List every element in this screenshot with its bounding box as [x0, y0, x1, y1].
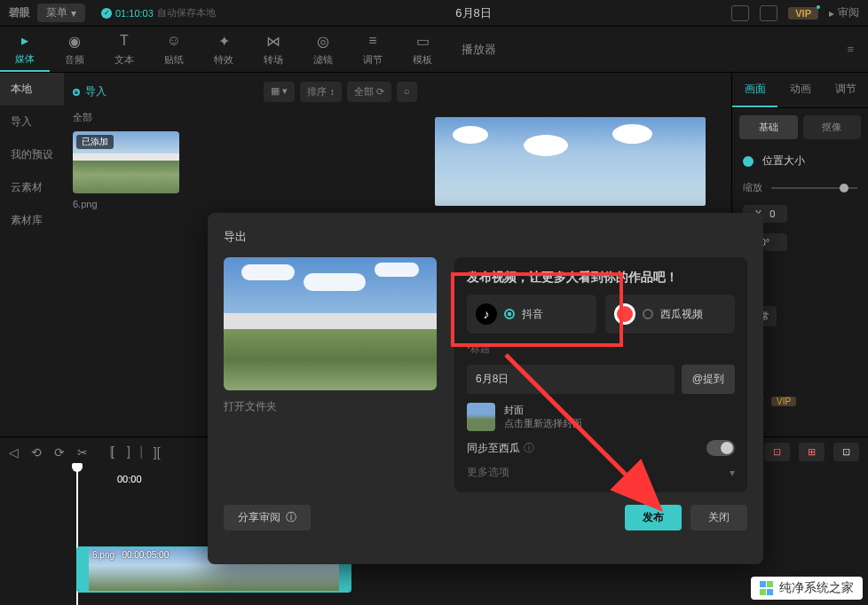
help-icon[interactable]: ⓘ — [524, 441, 534, 456]
export-modal: 导出 打开文件夹 发布视频，让更多人看到你的作品吧！ ♪ 抖音 — [208, 213, 763, 564]
douyin-icon: ♪ — [476, 303, 497, 325]
media-toolbar: + 导入 ▦ ▾ 排序 ↕ 全部 ⟳ ⌕ — [73, 82, 417, 102]
platform-douyin[interactable]: ♪ 抖音 — [467, 295, 596, 334]
tool-left: ▸媒体 ◉音频 T文本 ☺贴纸 ✦特效 ⋈转场 ◎滤镜 ≡调节 ▭模板 — [0, 27, 447, 72]
mountains — [224, 313, 437, 329]
review-button[interactable]: ▸ 审阅 — [829, 5, 859, 20]
cover-text: 封面 点击重新选择封面 — [504, 404, 582, 430]
platform-row: ♪ 抖音 西瓜视频 — [467, 295, 735, 334]
position-size-row: 位置大小 — [732, 146, 868, 176]
media-thumbnail: 已添加 — [73, 131, 179, 193]
layout-icon-2[interactable] — [760, 5, 777, 21]
tab-adjust-label: 调节 — [363, 53, 383, 67]
back-button[interactable]: ◁ — [9, 445, 19, 460]
chevron-down-icon: ▾ — [71, 7, 76, 20]
tab-audio[interactable]: ◉音频 — [50, 27, 99, 72]
sticker-icon: ☺ — [165, 32, 183, 50]
share-button[interactable]: 分享审阅 ⓘ — [224, 505, 311, 530]
import-button[interactable]: + 导入 — [73, 84, 107, 99]
player-label: 播放器 — [462, 42, 496, 58]
footer-right: 发布 关闭 — [625, 505, 747, 530]
tab-sticker-label: 贴纸 — [164, 53, 184, 67]
search-button[interactable]: ⌕ — [397, 82, 417, 102]
vip-small-badge: VIP — [771, 397, 796, 406]
chevron-down-icon: ▾ — [730, 467, 735, 479]
platform-xigua[interactable]: 西瓜视频 — [605, 295, 735, 334]
right-tabs: 画面 动画 调节 — [732, 73, 868, 108]
more-options[interactable]: 更多选项 ▾ — [467, 465, 735, 480]
slider-thumb[interactable] — [840, 184, 848, 192]
sync-label: 同步至西瓜 — [467, 441, 520, 456]
title-input[interactable]: 6月8日 — [467, 365, 675, 394]
tl-icon-2[interactable]: ⊞ — [799, 443, 825, 461]
sidebar-item-library[interactable]: 素材库 — [0, 204, 64, 237]
vip-badge[interactable]: VIP — [788, 7, 818, 20]
player-preview[interactable] — [435, 117, 706, 206]
sort-button[interactable]: 排序 ↕ — [300, 82, 342, 102]
sidebar: 本地 导入 我的预设 云素材 素材库 — [0, 73, 64, 436]
filter-button[interactable]: 全部 ⟳ — [347, 82, 391, 102]
redo-button[interactable]: ⟳ — [54, 445, 65, 460]
tab-effect[interactable]: ✦特效 — [199, 27, 249, 72]
title-row: 6月8日 @提到 — [467, 365, 735, 394]
tab-animation[interactable]: 动画 — [777, 73, 823, 107]
publish-button[interactable]: 发布 — [625, 505, 682, 530]
audio-icon: ◉ — [66, 32, 83, 50]
radio-unchecked[interactable] — [643, 309, 653, 319]
sync-toggle[interactable] — [706, 440, 735, 456]
close-button[interactable]: 关闭 — [690, 505, 747, 530]
sidebar-item-presets[interactable]: 我的预设 — [0, 138, 64, 171]
media-filename: 6.png — [73, 199, 179, 209]
sync-row: 同步至西瓜 ⓘ — [467, 440, 735, 456]
layout-icon-1[interactable] — [731, 5, 749, 21]
cloud — [375, 263, 419, 277]
topbar: 碧眼 菜单 ▾ ✓ 01:10:03 自动保存本地 6月8日 VIP ▸ 审阅 — [0, 0, 868, 27]
split-button[interactable]: ][ — [154, 445, 161, 460]
radio-checked[interactable] — [504, 309, 515, 319]
subtab-basic[interactable]: 基础 — [739, 115, 798, 139]
scale-slider[interactable] — [771, 187, 857, 189]
tab-filter[interactable]: ◎滤镜 — [298, 27, 348, 72]
mention-button[interactable]: @提到 — [682, 365, 735, 394]
plus-icon: + — [73, 89, 80, 96]
tab-adjust-right[interactable]: 调节 — [823, 73, 868, 107]
transition-icon: ⋈ — [264, 32, 282, 50]
x-value: 0 — [769, 208, 775, 219]
grid-view-button[interactable]: ▦ ▾ — [264, 82, 295, 102]
tab-effect-label: 特效 — [214, 53, 233, 67]
sidebar-item-import[interactable]: 导入 — [0, 106, 64, 138]
tab-picture[interactable]: 画面 — [732, 73, 777, 107]
cover-hint: 点击重新选择封面 — [504, 418, 582, 428]
sidebar-item-local[interactable]: 本地 — [0, 73, 64, 106]
open-folder-button[interactable]: 打开文件夹 — [224, 399, 437, 414]
tl-icon-1[interactable]: ⊡ — [764, 443, 790, 461]
tab-adjust[interactable]: ≡调节 — [348, 27, 398, 72]
watermark-text: 纯净系统之家 — [779, 580, 854, 596]
check-icon[interactable] — [743, 156, 754, 167]
tab-template[interactable]: ▭模板 — [398, 27, 447, 72]
media-item[interactable]: 已添加 6.png — [73, 131, 179, 209]
added-badge: 已添加 — [76, 135, 114, 149]
modal-footer: 分享审阅 ⓘ 发布 关闭 — [224, 505, 747, 530]
tab-text[interactable]: T文本 — [99, 27, 149, 72]
tab-sticker[interactable]: ☺贴纸 — [149, 27, 199, 72]
split-right-button[interactable]: ]⎹ — [127, 444, 141, 460]
play-icon: ▸ — [829, 7, 834, 20]
tl-icon-3[interactable]: ⊡ — [833, 443, 859, 461]
tab-media[interactable]: ▸媒体 — [0, 27, 50, 72]
clip-handle-left[interactable]: ⎸ — [78, 548, 89, 591]
undo-button[interactable]: ⟲ — [31, 445, 42, 460]
filter-icon: ◎ — [314, 32, 332, 50]
subtab-matting[interactable]: 抠像 — [803, 115, 862, 139]
tab-transition[interactable]: ⋈转场 — [249, 27, 298, 72]
menu-button[interactable]: 菜单 ▾ — [37, 4, 85, 22]
sidebar-item-cloud[interactable]: 云素材 — [0, 171, 64, 204]
split-left-button[interactable]: ⎹[ — [100, 444, 114, 460]
player-menu-icon[interactable]: ≡ — [847, 43, 854, 56]
cover-row[interactable]: 封面 点击重新选择封面 — [467, 403, 735, 431]
tab-audio-label: 音频 — [65, 53, 84, 67]
cut-button[interactable]: ✂ — [77, 445, 88, 460]
export-preview — [224, 257, 437, 390]
title-field-label: *标题 — [467, 342, 735, 356]
player-header: 播放器 ≡ — [447, 42, 868, 58]
